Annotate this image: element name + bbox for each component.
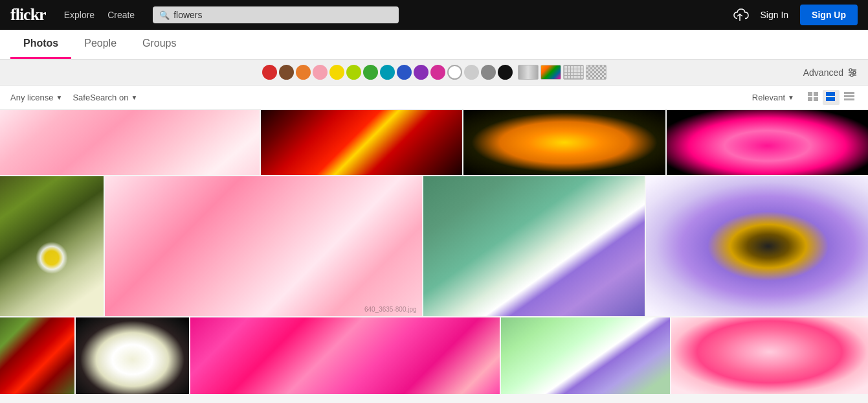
svg-rect-7 [808,92,812,96]
header-actions: Sign In Sign Up [731,5,858,25]
sign-up-button[interactable]: Sign Up [800,5,858,25]
sub-nav: Photos People Groups [0,30,868,60]
svg-rect-13 [844,92,854,94]
sort-select[interactable]: Relevant ▼ [752,93,794,102]
photo-item[interactable] [0,317,74,394]
list-icon [844,92,854,101]
svg-point-4 [853,71,856,74]
filter-bar: Advanced [0,60,868,86]
safesearch-label: SafeSearch on [72,93,128,102]
create-link[interactable]: Create [102,7,140,23]
options-bar: Any license ▼ SafeSearch on ▼ Relevant ▼ [0,86,868,110]
photo-item[interactable] [646,176,868,316]
svg-rect-8 [814,92,818,96]
photo-item[interactable] [261,110,463,175]
swatch-red[interactable] [262,65,277,80]
flickr-logo[interactable]: flickr [10,5,46,25]
swatch-blue[interactable] [397,65,412,80]
texture-swatches [518,65,606,80]
swatch-black[interactable] [498,65,513,80]
swatch-orange[interactable] [296,65,311,80]
explore-link[interactable]: Explore [59,7,100,23]
tab-people[interactable]: People [71,30,129,59]
site-header: flickr Explore Create 🔍 Sign In Sign Up [0,0,868,30]
view-list[interactable] [841,90,858,105]
tab-groups[interactable]: Groups [129,30,189,59]
photo-item[interactable] [423,176,645,316]
photo-row-2: 640_3635-800.jpg [0,176,868,316]
photo-item[interactable] [463,110,665,175]
swatch-light-gray[interactable] [464,65,479,80]
photo-row-3 [0,317,868,394]
photo-item[interactable] [667,110,869,175]
texture-grayscale[interactable] [518,65,539,80]
license-label: Any license [10,93,53,102]
view-grid-small[interactable] [805,90,821,105]
photo-item[interactable] [671,317,868,394]
swatch-lime[interactable] [346,65,361,80]
safesearch-chevron-icon: ▼ [131,94,137,101]
photo-item[interactable] [0,176,104,316]
right-controls: Relevant ▼ [752,90,858,105]
photo-item[interactable]: 640_3635-800.jpg [105,176,422,316]
swatch-magenta[interactable] [430,65,445,80]
photo-item[interactable] [76,317,189,394]
color-swatches [262,65,513,80]
texture-grid[interactable] [563,65,584,80]
swatch-dark-gray[interactable] [481,65,496,80]
sort-label: Relevant [752,93,785,102]
upload-button[interactable] [731,8,749,22]
sign-in-button[interactable]: Sign In [755,7,794,23]
header-nav: Explore Create [59,7,140,23]
svg-point-6 [851,74,853,76]
advanced-button[interactable]: Advanced [803,67,858,78]
photo-item[interactable] [190,317,500,394]
view-icons [805,90,858,105]
swatch-teal[interactable] [380,65,395,80]
svg-rect-9 [808,97,812,101]
svg-rect-11 [826,92,835,96]
swatch-purple[interactable] [414,65,428,80]
swatch-pink[interactable] [313,65,328,80]
svg-rect-10 [814,97,818,101]
svg-point-2 [849,69,852,71]
sliders-icon [847,67,858,78]
svg-rect-15 [844,98,854,100]
photo-item[interactable] [0,110,260,175]
texture-colorful[interactable] [540,65,561,80]
grid-small-icon [808,92,818,101]
photo-item[interactable] [501,317,670,394]
swatch-brown[interactable] [279,65,294,80]
main-content: 640_3635-800.jpg [0,110,868,394]
photo-row-1 [0,110,868,175]
search-bar: 🔍 [153,6,399,23]
safesearch-select[interactable]: SafeSearch on ▼ [72,93,137,102]
swatch-white[interactable] [447,65,462,80]
texture-pattern[interactable] [586,65,606,80]
upload-cloud-icon [731,8,749,22]
search-icon: 🔍 [159,10,170,20]
swatch-green[interactable] [363,65,378,80]
license-select[interactable]: Any license ▼ [10,93,62,102]
swatch-yellow[interactable] [329,65,344,80]
sort-chevron-icon: ▼ [788,94,794,101]
license-chevron-icon: ▼ [56,94,62,101]
view-grid-medium[interactable] [823,90,840,105]
svg-rect-14 [844,95,854,97]
search-input[interactable] [173,10,392,20]
grid-medium-icon [826,92,836,101]
advanced-label: Advanced [803,67,843,78]
tab-photos[interactable]: Photos [10,30,71,59]
svg-rect-12 [826,97,835,101]
